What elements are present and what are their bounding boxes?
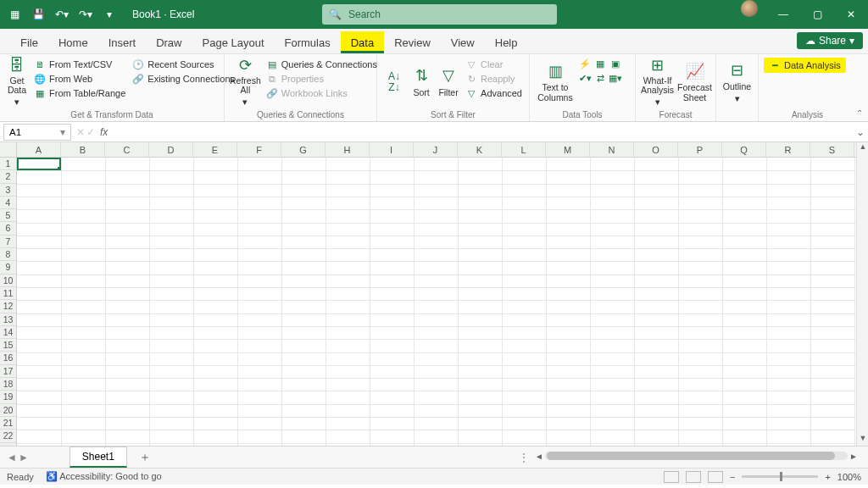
tab-home[interactable]: Home [48,31,98,53]
tab-formulas[interactable]: Formulas [275,31,341,53]
cancel-formula-icon[interactable]: ✕ [76,126,85,138]
sheet-prev-icon[interactable]: ◄ [7,452,17,463]
advanced-button[interactable]: ▽Advanced [464,86,524,100]
row-header[interactable]: 1 [0,158,16,170]
row-header[interactable]: 14 [0,326,16,339]
normal-view-button[interactable] [664,471,679,483]
row-header[interactable]: 13 [0,313,16,326]
row-header[interactable]: 10 [0,274,16,287]
expand-formula-bar-icon[interactable]: ⌄ [853,126,868,138]
row-header[interactable]: 12 [0,300,16,313]
scroll-down-icon[interactable]: ▼ [857,434,868,446]
column-header[interactable]: N [590,142,634,157]
column-header[interactable]: J [414,142,458,157]
scroll-up-icon[interactable]: ▲ [857,142,868,154]
column-header[interactable]: O [634,142,678,157]
sheet-next-icon[interactable]: ► [19,452,29,463]
tab-help[interactable]: Help [485,31,528,53]
recent-sources-button[interactable]: 🕑Recent Sources [131,58,236,71]
column-header[interactable]: M [546,142,590,157]
row-header[interactable]: 4 [0,197,16,209]
filter-button[interactable]: ▽Filter [437,58,460,107]
data-model-icon[interactable]: ▦▾ [609,72,621,84]
minimize-button[interactable]: ― [766,0,800,29]
data-validation-icon[interactable]: ✔▾ [579,72,591,84]
row-header[interactable]: 21 [0,417,16,430]
maximize-button[interactable]: ▢ [800,0,834,29]
forecast-sheet-button[interactable]: 📈Forecast Sheet [677,58,712,107]
accessibility-status[interactable]: ♿ Accessibility: Good to go [46,471,162,482]
column-headers[interactable]: ABCDEFGHIJKLMNOPQRS [17,142,856,158]
from-table-range-button[interactable]: ▦From Table/Range [32,86,127,100]
collapse-ribbon-icon[interactable]: ⌃ [856,108,863,118]
column-header[interactable]: L [502,142,546,157]
column-header[interactable]: D [149,142,193,157]
row-header[interactable]: 17 [0,365,16,378]
tab-page-layout[interactable]: Page Layout [192,31,275,53]
scroll-left-icon[interactable]: ◄ [533,452,545,461]
flash-fill-icon[interactable]: ⚡ [579,58,591,69]
sheet-tab[interactable]: Sheet1 [70,446,127,468]
column-header[interactable]: A [17,142,61,157]
refresh-all-button[interactable]: ⟳ Refresh All ▾ [230,58,261,107]
zoom-slider[interactable] [742,475,818,478]
column-header[interactable]: F [237,142,281,157]
save-icon[interactable]: 💾 [29,5,47,24]
select-all-corner[interactable] [0,142,17,158]
column-header[interactable]: C [105,142,149,157]
active-cell[interactable] [17,158,61,170]
page-layout-view-button[interactable] [686,471,701,483]
vertical-scrollbar[interactable]: ▲ ▼ [856,142,868,446]
scroll-thumb[interactable] [547,452,835,460]
existing-connections-button[interactable]: 🔗Existing Connections [131,72,236,86]
tab-view[interactable]: View [441,31,485,53]
from-text-csv-button[interactable]: 🗎From Text/CSV [32,58,127,71]
scroll-right-icon[interactable]: ► [848,452,860,461]
row-header[interactable]: 15 [0,339,16,352]
share-button[interactable]: ☁ Share ▾ [797,32,863,49]
column-header[interactable]: R [766,142,810,157]
name-box[interactable]: A1▾ [3,124,71,141]
column-header[interactable]: H [326,142,370,157]
row-header[interactable]: 6 [0,222,16,235]
sort-button[interactable]: ⇅Sort [409,58,433,107]
zoom-level[interactable]: 100% [837,472,861,482]
row-header[interactable]: 8 [0,248,16,261]
row-header[interactable]: 5 [0,209,16,222]
formula-input[interactable] [113,124,853,141]
undo-icon[interactable]: ↶▾ [53,5,71,24]
row-header[interactable]: 9 [0,261,16,274]
relationships-icon[interactable]: ⇄ [594,72,606,84]
from-web-button[interactable]: 🌐From Web [32,72,127,86]
zoom-out-button[interactable]: − [730,472,735,482]
get-data-button[interactable]: 🗄 Get Data ▾ [5,58,29,107]
column-header[interactable]: E [193,142,237,157]
user-avatar[interactable] [741,0,758,17]
column-header[interactable]: Q [722,142,766,157]
row-header[interactable]: 16 [0,352,16,364]
row-header[interactable]: 3 [0,184,16,197]
text-to-columns-button[interactable]: ▥Text to Columns [535,58,576,107]
qat-customize-icon[interactable]: ▾ [100,5,119,24]
column-header[interactable]: B [61,142,105,157]
tab-review[interactable]: Review [384,31,441,53]
row-header[interactable]: 19 [0,391,16,403]
tab-draw[interactable]: Draw [146,31,192,53]
sort-az-button[interactable]: A↓Z↓ [382,58,406,107]
row-header[interactable]: 2 [0,170,16,183]
close-button[interactable]: ✕ [834,0,868,29]
tab-file[interactable]: File [10,31,48,53]
add-sheet-button[interactable]: ＋ [139,450,151,465]
row-header[interactable]: 20 [0,404,16,417]
consolidate-icon[interactable]: ▣ [609,58,621,69]
row-header[interactable]: 18 [0,378,16,391]
page-break-view-button[interactable] [708,471,723,483]
cells-area[interactable] [17,158,856,446]
what-if-button[interactable]: ⊞What-If Analysis ▾ [641,58,674,107]
data-analysis-button[interactable]: ━Data Analysis [764,58,846,73]
row-header[interactable]: 11 [0,287,16,300]
enter-formula-icon[interactable]: ✓ [86,126,95,138]
queries-connections-button[interactable]: ▤Queries & Connections [264,58,379,71]
sheet-options-icon[interactable]: ⋮ [519,452,529,463]
column-header[interactable]: I [370,142,414,157]
